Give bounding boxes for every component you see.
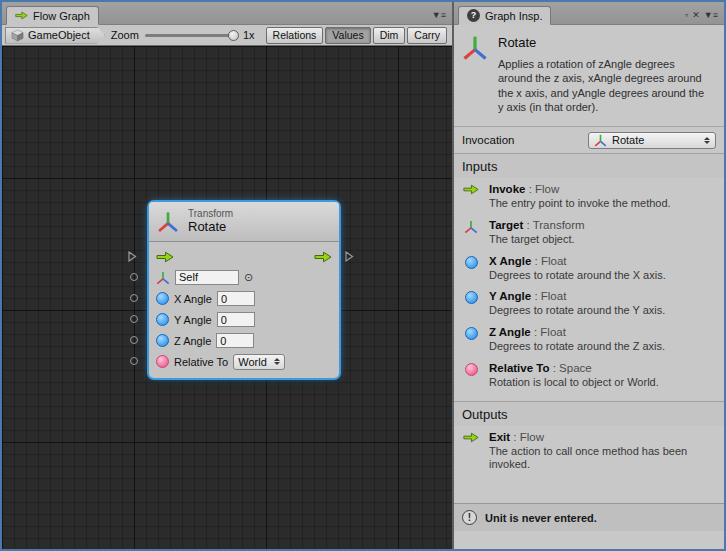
input-item-z-angle: Z Angle : Float Degrees to rotate around… xyxy=(454,321,724,357)
space-port-icon[interactable] xyxy=(156,355,169,368)
dim-button[interactable]: Dim xyxy=(373,27,406,44)
input-item-invoke: Invoke : Flow The entry point to invoke … xyxy=(454,178,724,214)
warning-icon: ! xyxy=(462,510,477,525)
zoom-slider-knob[interactable] xyxy=(228,30,239,41)
breadcrumb-label: GameObject xyxy=(28,29,90,41)
dropdown-arrows-icon xyxy=(274,358,280,365)
item-desc: Degrees to rotate around the Y axis. xyxy=(489,304,665,318)
inputs-header: Inputs xyxy=(454,153,724,178)
z-angle-input-port[interactable] xyxy=(130,336,138,344)
z-angle-label: Z Angle xyxy=(174,335,211,347)
rotate-unit-icon xyxy=(462,35,488,61)
item-desc: Degrees to rotate around the X axis. xyxy=(489,269,666,283)
graph-canvas[interactable]: Transform Rotate Self ⊙ xyxy=(2,46,452,549)
flow-graph-toolbar: GameObject Zoom 1x Relations Values Dim … xyxy=(2,24,452,46)
float-port-icon[interactable] xyxy=(156,292,169,305)
object-picker-icon[interactable]: ⊙ xyxy=(244,272,253,283)
x-angle-input-port[interactable] xyxy=(130,294,138,302)
float-type-icon xyxy=(465,327,478,340)
node-header[interactable]: Transform Rotate xyxy=(149,202,339,242)
carry-button[interactable]: Carry xyxy=(407,27,447,44)
node-title: Rotate xyxy=(188,220,233,235)
item-desc: The action to call once method has been … xyxy=(489,445,707,473)
inspector-tabbar: ? Graph Insp. ▫ ✕ ▼≡ xyxy=(454,2,724,24)
target-input-port[interactable] xyxy=(130,273,138,281)
target-transform-icon xyxy=(156,271,170,285)
relations-button[interactable]: Relations xyxy=(266,27,324,44)
flow-arrow-icon xyxy=(463,432,479,443)
relative-to-input-port[interactable] xyxy=(130,357,138,365)
float-port-icon[interactable] xyxy=(156,313,169,326)
item-desc: Rotation is local to object or World. xyxy=(489,376,659,390)
input-item-target: Target : Transform The target object. xyxy=(454,214,724,250)
inspector-tab-label: Graph Insp. xyxy=(485,10,542,22)
flow-arrow-icon xyxy=(463,184,479,195)
relative-to-dropdown[interactable]: World xyxy=(233,354,285,370)
unity-flow-graph-window: Flow Graph ▼≡ GameObject Zoom 1x Relatio… xyxy=(0,0,726,551)
zoom-label: Zoom xyxy=(111,29,139,41)
input-item-relative-to: Relative To : Space Rotation is local to… xyxy=(454,357,724,393)
x-angle-label: X Angle xyxy=(174,293,212,305)
transform-icon xyxy=(464,220,478,234)
outputs-header: Outputs xyxy=(454,401,724,426)
relative-to-value: World xyxy=(238,356,267,368)
item-desc: The target object. xyxy=(489,233,585,247)
y-angle-input[interactable] xyxy=(217,312,255,327)
inspector-title: Rotate xyxy=(498,35,716,50)
float-type-icon xyxy=(465,256,478,269)
graph-inspector-pane: ? Graph Insp. ▫ ✕ ▼≡ Rotate Applies a ro… xyxy=(454,2,724,549)
inspector-description: Applies a rotation of zAngle degrees aro… xyxy=(498,57,710,114)
warning-box: ! Unit is never entered. xyxy=(454,503,724,531)
z-angle-input[interactable] xyxy=(216,333,254,348)
transform-icon xyxy=(594,134,607,147)
inspector-header: Rotate Applies a rotation of zAngle degr… xyxy=(454,25,724,126)
tab-flow-graph[interactable]: Flow Graph xyxy=(6,6,99,25)
space-type-icon xyxy=(465,363,478,376)
flow-graph-tabbar: Flow Graph ▼≡ xyxy=(2,2,452,24)
transform-icon xyxy=(157,211,179,233)
maximize-icon[interactable]: ▫ xyxy=(685,11,688,20)
input-item-y-angle: Y Angle : Float Degrees to rotate around… xyxy=(454,285,724,321)
inspector-tab-icon: ? xyxy=(467,9,480,22)
transform-rotate-node[interactable]: Transform Rotate Self ⊙ xyxy=(149,202,339,378)
item-desc: The entry point to invoke the method. xyxy=(489,197,671,211)
float-type-icon xyxy=(465,291,478,304)
relative-to-label: Relative To xyxy=(174,356,228,368)
invocation-dropdown[interactable]: Rotate xyxy=(588,132,716,149)
gameobject-icon xyxy=(11,29,24,42)
exit-output-port[interactable] xyxy=(345,251,354,262)
tab-graph-inspector[interactable]: ? Graph Insp. xyxy=(458,6,551,25)
dropdown-arrows-icon xyxy=(704,137,710,144)
y-angle-input-port[interactable] xyxy=(130,315,138,323)
output-item-exit: Exit : Flow The action to call once meth… xyxy=(454,426,724,476)
y-angle-label: Y Angle xyxy=(174,314,212,326)
invoke-flow-arrow-icon[interactable] xyxy=(156,251,174,263)
invocation-label: Invocation xyxy=(462,134,514,146)
zoom-value: 1x xyxy=(243,29,255,41)
flow-input-port[interactable] xyxy=(128,251,137,262)
inspector-body: Rotate Applies a rotation of zAngle degr… xyxy=(454,24,724,549)
panel-menu-icon[interactable]: ▼≡ xyxy=(432,11,446,20)
invocation-row: Invocation Rotate xyxy=(454,126,724,153)
close-icon[interactable]: ✕ xyxy=(692,11,700,20)
input-item-x-angle: X Angle : Float Degrees to rotate around… xyxy=(454,250,724,286)
x-angle-input[interactable] xyxy=(217,291,255,306)
item-desc: Degrees to rotate around the Z axis. xyxy=(489,340,665,354)
warning-text: Unit is never entered. xyxy=(485,512,597,524)
values-button[interactable]: Values xyxy=(325,27,370,44)
gameobject-breadcrumb[interactable]: GameObject xyxy=(5,27,105,44)
flow-graph-tab-label: Flow Graph xyxy=(33,10,90,22)
flow-graph-tab-icon xyxy=(15,9,28,22)
node-body: Self ⊙ X Angle Y Angle xyxy=(149,242,339,378)
float-port-icon[interactable] xyxy=(156,334,169,347)
panel-menu-icon[interactable]: ▼≡ xyxy=(704,11,718,20)
zoom-slider[interactable] xyxy=(145,34,237,37)
exit-flow-arrow-icon[interactable] xyxy=(314,251,332,263)
invocation-value: Rotate xyxy=(612,134,644,146)
flow-graph-pane: Flow Graph ▼≡ GameObject Zoom 1x Relatio… xyxy=(2,2,454,549)
self-object-field[interactable]: Self xyxy=(175,270,239,285)
